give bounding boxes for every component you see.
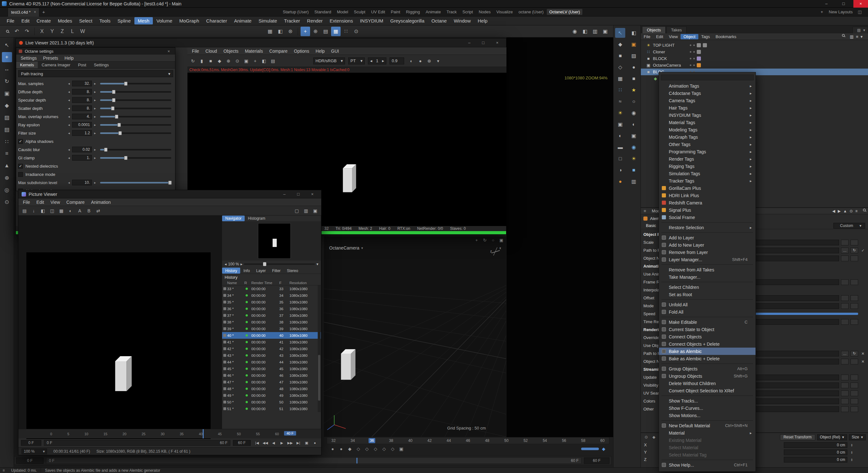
decrement-icon[interactable]: ◂ (67, 81, 71, 86)
browse-button[interactable] (841, 240, 848, 245)
environment-icon[interactable]: ◐ (615, 131, 625, 141)
viewport-solo-mode[interactable]: ◎ (2, 185, 12, 195)
increment-icon[interactable]: ▸ (93, 106, 97, 110)
cube-primitive-icon[interactable]: ■ (615, 51, 625, 61)
current-frame-marker[interactable] (356, 458, 358, 464)
target-icon[interactable]: ◉ (629, 108, 639, 118)
spline-shapes-icon[interactable]: ◇ (615, 62, 625, 72)
colorspace-dropdown[interactable]: HDR/sRGB▾ (313, 58, 345, 64)
timeline-power-slider[interactable]: 0 F 60 F (46, 458, 582, 464)
history-row[interactable]: 47 * 00:00:00 47 1080x1080 (222, 379, 321, 385)
param-slider[interactable] (100, 116, 171, 117)
50[interactable]: 50 (503, 438, 509, 443)
camera-label[interactable]: OctaneCamera ▾ (329, 245, 363, 250)
record-button[interactable]: ● (311, 440, 319, 446)
coordinate-field[interactable]: 0 cm (784, 457, 847, 463)
picture-viewer-menu-item[interactable]: File (20, 199, 33, 205)
browse-button[interactable] (841, 398, 848, 404)
record-scale-button[interactable]: ◇ (364, 445, 370, 452)
next-frame-button[interactable]: ▶▶ (286, 440, 294, 446)
picture-viewer-menu-item[interactable]: Animation (88, 199, 114, 205)
octane-tab[interactable]: Camera Imager (38, 62, 74, 68)
lamp-icon[interactable]: ☀ (629, 154, 639, 164)
context-menu-item[interactable]: Show Motions... (659, 412, 755, 419)
rendered-image[interactable] (26, 252, 211, 439)
preset-dropdown[interactable]: Custom ▾ (833, 223, 865, 229)
points-mode[interactable]: ∷ (2, 136, 12, 147)
history-row[interactable]: 36 * 00:00:00 36 1080x1080 (222, 305, 321, 312)
slider-handle[interactable] (168, 181, 172, 185)
context-menu-item[interactable]: MoGraph Tags ▸ (659, 133, 755, 141)
open-folder-icon[interactable]: ▤ (20, 207, 29, 215)
context-menu-item[interactable]: New Default Material Ctrl+Shift+N (659, 422, 755, 429)
increment-icon[interactable]: ▸ (93, 156, 97, 160)
scale-tool[interactable]: ↔ (2, 64, 12, 74)
keyframe-bar-icon[interactable]: ◆ (600, 446, 607, 452)
timeline-ruler[interactable]: 323436384042444648505254565860 (327, 437, 609, 444)
status-menu-icon[interactable]: ≡ (0, 468, 7, 473)
menu-item[interactable]: File (3, 17, 18, 25)
undo-icon[interactable]: ↶ (12, 27, 22, 36)
object-tag-icon[interactable] (697, 57, 701, 61)
browse-button[interactable] (841, 359, 848, 365)
44[interactable]: 44 (445, 438, 452, 443)
visibility-dot[interactable] (690, 58, 691, 59)
layout-grid-icon[interactable]: ▥ (590, 27, 600, 36)
context-menu-item[interactable]: Other Tags ▸ (659, 141, 755, 148)
param-checkbox[interactable]: ✓ (18, 139, 23, 144)
polygons-mode[interactable]: ▲ (2, 161, 12, 171)
subdivision-icon[interactable]: ▦ (615, 74, 625, 83)
objects-menu-item[interactable]: Edit (653, 34, 666, 39)
coords-mode-dropdown[interactable]: Object (Rel)▾ (817, 434, 847, 440)
record-rotation-button[interactable]: ◇ (372, 445, 379, 452)
increment-icon[interactable]: ▸ (93, 181, 97, 185)
context-menu-item[interactable]: Restore Selection ▸ (659, 224, 755, 231)
texture-icon[interactable]: ▨ (629, 51, 639, 61)
sky-icon[interactable]: ◑ (615, 165, 625, 175)
denoise-icon[interactable]: ◐ (407, 57, 415, 65)
light-icon[interactable]: ☀ (615, 108, 625, 118)
browse-button[interactable] (841, 391, 848, 396)
layout-button[interactable]: Paint (388, 9, 403, 15)
decrement-icon[interactable]: ◂ (67, 147, 71, 152)
anchor-icon[interactable]: ⊕ (224, 57, 232, 65)
picture-viewer-menu-item[interactable]: View (47, 199, 63, 205)
param-value-field[interactable]: 0.0001 (72, 122, 92, 128)
live-viewer-menu-item[interactable]: GUI (328, 48, 342, 54)
live-viewer-menu-item[interactable]: Compare (266, 48, 291, 54)
side-panel-tab[interactable]: Filter (269, 268, 284, 274)
keyframe-selection-button[interactable]: ▣ (398, 445, 405, 452)
grid-icon[interactable]: ▥ (629, 176, 639, 187)
lock-icon[interactable]: ⊙ (849, 209, 853, 213)
context-menu-item[interactable] (661, 364, 753, 364)
panel-menu-icon[interactable]: ▤ (857, 28, 861, 32)
up-icon[interactable]: ▲ (843, 209, 847, 213)
reload-button[interactable] (850, 256, 858, 261)
browse-button[interactable]: … (841, 248, 848, 253)
lock-icon[interactable]: ⊙ (643, 435, 649, 440)
selection-icon[interactable]: ↖ (615, 28, 625, 38)
context-menu-item[interactable] (661, 460, 753, 460)
stop-icon[interactable]: ■ (207, 57, 215, 65)
floor-icon[interactable]: ▬ (615, 142, 625, 152)
reload-button[interactable] (850, 375, 858, 380)
layout-button[interactable]: Startup (User) (280, 9, 311, 15)
side-panel-tab[interactable]: History (222, 268, 240, 274)
magnet-icon[interactable]: ⊕ (311, 27, 320, 36)
tab-navigator[interactable]: Navigator (222, 215, 245, 221)
perspective-viewport[interactable]: +↻○▣ OctaneCamera ▾ x z Grid Spacing : 5… (324, 236, 506, 437)
layout-button[interactable]: Track (444, 9, 459, 15)
range-end-field[interactable]: 60 F (233, 440, 251, 446)
decrement-icon[interactable]: ◂ (67, 181, 71, 185)
objects-menu-item[interactable]: File (641, 34, 653, 39)
context-menu-item[interactable]: Programming Tags ▸ (659, 148, 755, 155)
history-row[interactable]: 35 * 00:00:00 35 1080x1080 (222, 299, 321, 305)
capture-icon[interactable]: ▣ (600, 27, 610, 36)
octane-tab[interactable]: Post (74, 62, 90, 68)
context-menu-item[interactable]: Remove from All Takes (659, 266, 755, 273)
stepper-icon[interactable]: ▲▼ (850, 458, 854, 461)
increment-icon[interactable]: ▸ (93, 123, 97, 127)
play-button[interactable]: ▶ (278, 440, 286, 446)
object-name[interactable]: OctaneCamera (653, 63, 688, 68)
options-icon[interactable]: ▾ (860, 34, 863, 39)
